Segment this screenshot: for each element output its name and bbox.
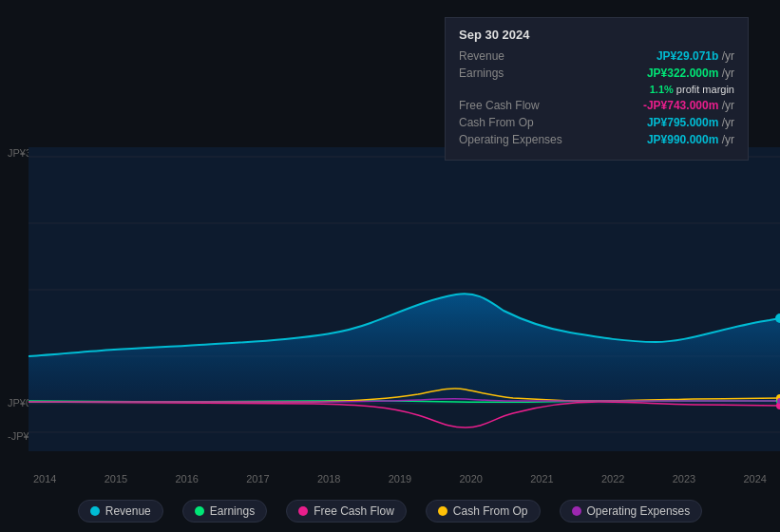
profit-margin-label [459, 84, 582, 95]
x-label-2015: 2015 [105, 473, 127, 484]
legend-label-revenue: Revenue [105, 504, 151, 518]
legend-fcf[interactable]: Free Cash Flow [286, 500, 407, 522]
legend-label-opex: Operating Expenses [587, 504, 691, 518]
x-axis: 2014 2015 2016 2017 2018 2019 2020 2021 … [0, 467, 780, 484]
opex-value: JP¥990.000m /yr [647, 133, 734, 146]
tooltip-row-earnings: Earnings JP¥322.000m /yr [459, 66, 734, 80]
legend-label-fcf: Free Cash Flow [314, 504, 394, 518]
tooltip-row-fcf: Free Cash Flow -JP¥743.000m /yr [459, 99, 734, 112]
legend-dot-fcf [298, 506, 308, 516]
legend-opex[interactable]: Operating Expenses [560, 500, 703, 522]
profit-margin-value: 1.1% profit margin [650, 84, 734, 95]
fcf-label: Free Cash Flow [459, 99, 582, 112]
revenue-label: Revenue [459, 49, 582, 63]
fcf-value: -JP¥743.000m /yr [643, 99, 734, 112]
cashfromop-label: Cash From Op [459, 116, 582, 129]
x-label-2020: 2020 [460, 473, 483, 484]
earnings-value: JP¥322.000m /yr [647, 66, 734, 80]
legend-dot-cashfromop [438, 506, 447, 516]
x-label-2024: 2024 [744, 473, 767, 484]
chart-legend: Revenue Earnings Free Cash Flow Cash Fro… [0, 500, 780, 522]
revenue-value: JP¥29.071b /yr [656, 49, 734, 63]
chart-svg [29, 147, 780, 451]
legend-label-earnings: Earnings [210, 504, 255, 518]
x-label-2022: 2022 [601, 473, 624, 484]
legend-dot-earnings [195, 506, 204, 516]
legend-label-cashfromop: Cash From Op [453, 504, 528, 518]
tooltip-row-cashfromop: Cash From Op JP¥795.000m /yr [459, 116, 734, 129]
tooltip-row-profit-margin: 1.1% profit margin [459, 84, 734, 95]
svg-rect-0 [29, 147, 780, 451]
earnings-label: Earnings [459, 66, 582, 80]
legend-cashfromop[interactable]: Cash From Op [426, 500, 541, 522]
opex-label: Operating Expenses [459, 133, 582, 146]
legend-dot-revenue [90, 506, 100, 516]
legend-revenue[interactable]: Revenue [78, 500, 163, 522]
x-label-2016: 2016 [176, 473, 199, 484]
tooltip-card: Sep 30 2024 Revenue JP¥29.071b /yr Earni… [445, 17, 749, 161]
x-label-2023: 2023 [673, 473, 695, 484]
tooltip-date: Sep 30 2024 [459, 28, 734, 42]
x-label-2018: 2018 [317, 473, 340, 484]
legend-dot-opex [572, 506, 581, 516]
legend-earnings[interactable]: Earnings [182, 500, 267, 522]
x-label-2019: 2019 [389, 473, 411, 484]
x-label-2017: 2017 [246, 473, 269, 484]
tooltip-row-revenue: Revenue JP¥29.071b /yr [459, 49, 734, 63]
x-label-2021: 2021 [530, 473, 553, 484]
cashfromop-value: JP¥795.000m /yr [647, 116, 734, 129]
x-label-2014: 2014 [33, 473, 56, 484]
tooltip-row-opex: Operating Expenses JP¥990.000m /yr [459, 133, 734, 146]
